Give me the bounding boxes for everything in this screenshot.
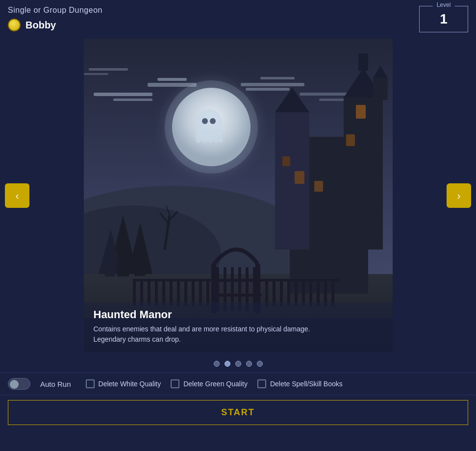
carousel-prev-button[interactable]: ‹ (5, 183, 29, 208)
svg-point-17 (210, 118, 216, 124)
player-row: Bobby (8, 19, 102, 31)
delete-green-quality-group: Delete Green Quality (171, 379, 248, 388)
delete-white-quality-checkbox[interactable] (86, 379, 95, 388)
delete-white-quality-group: Delete White Quality (86, 379, 161, 388)
svg-point-16 (202, 118, 208, 124)
svg-rect-44 (133, 279, 216, 281)
dungeon-type: Single or Group Dungeon (8, 6, 102, 15)
toggle-thumb (10, 380, 19, 389)
dot-1[interactable] (214, 361, 220, 367)
svg-rect-8 (241, 83, 304, 86)
toggle-track (8, 378, 30, 390)
carousel-next-button[interactable]: › (447, 183, 471, 208)
caption-title: Haunted Manor (94, 308, 383, 321)
svg-rect-30 (346, 134, 355, 146)
dot-3[interactable] (235, 361, 241, 367)
svg-rect-9 (260, 77, 295, 79)
level-label: Level (433, 1, 455, 8)
header: Single or Group Dungeon Bobby Level 1 (0, 0, 476, 36)
controls-bar: Auto Run Delete White Quality Delete Gre… (0, 373, 476, 395)
start-bar: START (0, 395, 476, 430)
svg-rect-7 (246, 88, 290, 91)
delete-green-quality-label: Delete Green Quality (183, 380, 248, 388)
svg-rect-72 (134, 260, 145, 276)
svg-rect-26 (358, 53, 368, 71)
svg-rect-5 (157, 78, 187, 81)
svg-rect-15 (196, 129, 223, 140)
carousel-caption: Haunted Manor Contains enemies that deal… (84, 302, 393, 352)
svg-rect-3 (94, 93, 152, 96)
auto-run-label: Auto Run (40, 380, 71, 388)
level-box: Level 1 (419, 6, 468, 32)
svg-rect-24 (344, 98, 383, 250)
dot-5[interactable] (257, 361, 263, 367)
header-left: Single or Group Dungeon Bobby (8, 6, 102, 31)
delete-spell-skill-books-checkbox[interactable] (257, 379, 266, 388)
svg-rect-45 (260, 279, 339, 281)
svg-rect-31 (295, 171, 304, 184)
svg-rect-71 (105, 262, 115, 276)
svg-rect-6 (148, 83, 197, 87)
caption-description: Contains enemies that deal and are more … (94, 324, 383, 345)
svg-rect-70 (117, 259, 129, 276)
svg-rect-12 (89, 68, 128, 71)
svg-rect-29 (356, 105, 366, 119)
delete-spell-skill-books-label: Delete Spell/Skill Books (270, 380, 343, 388)
player-name: Bobby (25, 20, 56, 31)
avatar (8, 19, 21, 31)
svg-rect-27 (373, 78, 388, 100)
start-button[interactable]: START (8, 400, 468, 425)
svg-rect-33 (282, 156, 290, 166)
carousel-image: Haunted Manor Contains enemies that deal… (84, 39, 393, 352)
auto-run-toggle[interactable] (8, 378, 30, 390)
delete-spell-skill-books-group: Delete Spell/Skill Books (257, 379, 343, 388)
svg-rect-4 (113, 99, 152, 101)
level-value: 1 (429, 11, 458, 27)
delete-white-quality-label: Delete White Quality (99, 380, 161, 388)
carousel: ‹ (0, 36, 476, 355)
svg-rect-10 (300, 93, 349, 96)
dot-4[interactable] (246, 361, 252, 367)
dot-2[interactable] (225, 361, 230, 367)
svg-rect-32 (314, 181, 323, 192)
delete-green-quality-checkbox[interactable] (171, 379, 179, 388)
svg-rect-13 (84, 73, 108, 75)
dot-indicators (0, 355, 476, 373)
